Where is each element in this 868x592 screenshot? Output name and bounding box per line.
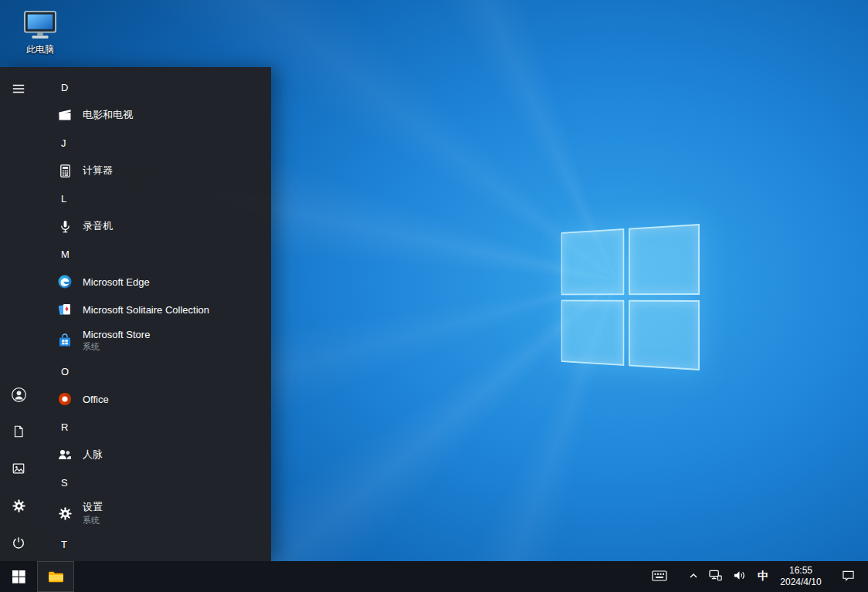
settings-icon — [56, 504, 74, 523]
app-item[interactable]: 人脉 — [54, 441, 260, 469]
app-sublabel: 系统 — [83, 341, 150, 353]
desktop-icon-this-pc[interactable]: 此电脑 — [11, 6, 70, 59]
start-button[interactable] — [0, 561, 37, 592]
action-center-button[interactable] — [832, 561, 865, 592]
section-letter-label: S — [61, 477, 68, 489]
section-letter-L[interactable]: L — [54, 184, 260, 212]
windows-logo-pane — [561, 299, 624, 366]
ime-mode-button[interactable]: 中 — [751, 561, 775, 592]
screen: 此电脑 D电影和电视J计算器L录音机MMicrosoft EdgeMicroso… — [0, 0, 868, 592]
keyboard-icon — [652, 570, 667, 584]
section-letter-label: M — [61, 249, 70, 260]
pictures-button[interactable] — [0, 450, 37, 487]
section-letter-S[interactable]: S — [54, 469, 260, 496]
settings-icon — [9, 496, 28, 515]
chevron-up-icon — [689, 571, 698, 583]
app-item[interactable]: 计算器 — [54, 157, 260, 184]
speaker-icon — [733, 570, 746, 584]
hamburger-icon — [9, 79, 28, 98]
volume-button[interactable] — [727, 561, 751, 592]
solitaire-icon — [56, 300, 74, 319]
store-icon — [56, 331, 74, 350]
voice-recorder-icon — [56, 217, 74, 235]
section-letter-O[interactable]: O — [54, 357, 260, 385]
action-center-icon — [842, 570, 855, 584]
documents-icon — [9, 422, 28, 441]
section-letter-M[interactable]: M — [54, 240, 260, 268]
tray-date: 2024/4/10 — [780, 577, 821, 588]
app-item[interactable]: 录音机 — [54, 212, 260, 240]
taskbar: 中 16:55 2024/4/10 — [0, 561, 868, 592]
start-menu-rail — [0, 67, 37, 561]
section-letter-J[interactable]: J — [54, 129, 260, 157]
app-label-group: 录音机 — [83, 219, 113, 233]
hidden-icons-button[interactable] — [683, 561, 704, 592]
wallpaper-windows-logo — [561, 224, 700, 370]
app-label-group: Microsoft Store系统 — [83, 329, 150, 353]
app-item[interactable]: Microsoft Solitaire Collection — [54, 296, 260, 323]
file-explorer-button[interactable] — [37, 561, 74, 592]
section-letter-label: R — [61, 421, 68, 433]
clock-button[interactable]: 16:55 2024/4/10 — [775, 561, 827, 592]
windows-logo-pane — [561, 228, 624, 295]
app-item[interactable]: Office — [54, 385, 260, 413]
documents-button[interactable] — [0, 413, 37, 450]
section-letter-label: J — [61, 137, 66, 149]
start-menu-rail-bottom — [0, 376, 37, 561]
power-button[interactable] — [0, 524, 37, 561]
ime-keyboard-button[interactable] — [646, 561, 673, 592]
office-icon — [56, 390, 74, 408]
app-label-group: 电影和电视 — [83, 108, 133, 122]
windows-logo-pane — [629, 224, 700, 295]
movies-tv-icon — [56, 106, 74, 124]
power-icon — [9, 533, 28, 552]
system-tray: 中 16:55 2024/4/10 — [646, 561, 868, 592]
start-menu: D电影和电视J计算器L录音机MMicrosoft EdgeMicrosoft S… — [0, 67, 271, 561]
this-pc-icon — [22, 8, 59, 42]
app-label: Microsoft Edge — [83, 276, 150, 288]
app-label: 计算器 — [83, 164, 113, 178]
windows-logo-pane — [629, 299, 700, 370]
app-label: 电影和电视 — [83, 108, 133, 122]
app-label: 录音机 — [83, 219, 113, 233]
calculator-icon — [56, 161, 74, 180]
section-letter-label: O — [61, 366, 69, 377]
app-item[interactable]: 电影和电视 — [54, 101, 260, 129]
section-letter-label: T — [61, 539, 67, 550]
app-label-group: 设置系统 — [83, 500, 103, 526]
tray-time: 16:55 — [789, 565, 812, 577]
section-letter-D[interactable]: D — [54, 73, 260, 101]
section-letter-label: D — [61, 82, 68, 93]
app-label-group: Office — [83, 394, 109, 405]
app-item[interactable]: Microsoft Store系统 — [54, 323, 260, 357]
app-label: 设置 — [83, 500, 103, 514]
app-sublabel: 系统 — [83, 515, 103, 526]
app-item[interactable]: 设置系统 — [54, 496, 260, 530]
app-label: 人脉 — [83, 448, 103, 462]
user-icon — [9, 385, 28, 404]
network-icon — [709, 570, 722, 584]
desktop-icon-label: 此电脑 — [26, 43, 54, 56]
file-explorer-icon — [46, 567, 65, 586]
section-letter-T[interactable]: T — [54, 530, 260, 558]
people-icon — [56, 445, 74, 464]
app-label: Microsoft Store — [83, 329, 150, 340]
section-letter-label: L — [61, 193, 66, 205]
app-label-group: 人脉 — [83, 448, 103, 462]
windows-logo-icon — [9, 567, 28, 586]
section-letter-R[interactable]: R — [54, 413, 260, 441]
settings-button[interactable] — [0, 487, 37, 524]
user-account-button[interactable] — [0, 376, 37, 413]
expand-menu-button[interactable] — [0, 70, 37, 107]
app-label: Microsoft Solitaire Collection — [83, 304, 209, 316]
pictures-icon — [9, 459, 28, 478]
start-menu-app-list: D电影和电视J计算器L录音机MMicrosoft EdgeMicrosoft S… — [37, 67, 271, 561]
app-item[interactable]: Microsoft Edge — [54, 268, 260, 296]
app-label: Office — [83, 394, 109, 405]
network-button[interactable] — [704, 561, 727, 592]
app-label-group: 计算器 — [83, 164, 113, 178]
app-label-group: Microsoft Edge — [83, 276, 150, 288]
edge-icon — [56, 272, 74, 291]
app-label-group: Microsoft Solitaire Collection — [83, 304, 209, 316]
